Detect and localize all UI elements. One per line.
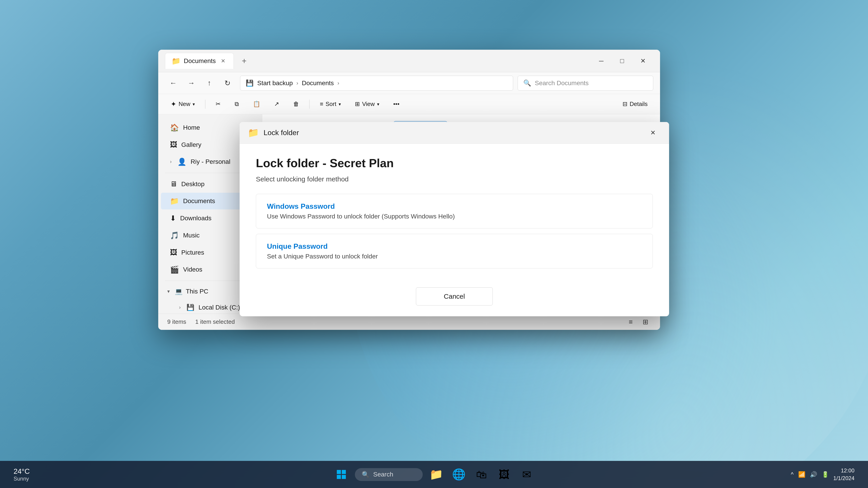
weather-temp: 24°C [13,467,30,476]
copy-button[interactable]: ⧉ [229,97,245,111]
view-button[interactable]: ⊞ View ▾ [349,97,385,111]
share-icon: ↗ [274,101,279,107]
taskbar-photos-icon[interactable]: 🖼 [495,465,513,484]
weather-widget: 24°C Sunny [13,467,30,482]
svg-rect-7 [337,470,341,474]
thispc-label: This PC [186,288,209,295]
refresh-button[interactable]: ↻ [219,75,236,91]
item-count: 9 items [167,318,186,325]
svg-rect-10 [342,475,346,479]
address-bar[interactable]: 💾 Start backup › Documents › [240,76,513,91]
pictures-icon: 🖼 [170,248,177,257]
close-button[interactable]: ✕ [632,54,653,68]
tray-chevron[interactable]: ^ [791,471,794,478]
more-icon: ••• [393,101,399,107]
windows-password-option[interactable]: Windows Password Use Windows Password to… [256,194,653,228]
delete-button[interactable]: 🗑 [287,97,305,111]
lock-folder-dialog: 📁 Lock folder ✕ Lock folder - Secret Pla… [240,122,669,316]
sidebar-home-label: Home [183,124,200,131]
sidebar-desktop-label: Desktop [181,181,205,188]
unique-password-desc: Set a Unique Password to unlock folder [267,253,642,260]
dialog-body: Lock folder - Secret Plan Select unlocki… [240,144,669,283]
paste-icon: 📋 [253,101,260,107]
unique-password-option[interactable]: Unique Password Set a Unique Password to… [256,234,653,268]
tab-title: Documents [184,57,216,65]
sort-icon: ≡ [320,101,323,107]
desktop-icon: 🖥 [170,180,177,188]
cancel-button[interactable]: Cancel [416,287,493,305]
share-button[interactable]: ↗ [269,97,285,111]
forward-button[interactable]: → [183,75,199,91]
riy-icon: 👤 [178,158,186,166]
paste-button[interactable]: 📋 [247,97,266,111]
localdisk-icon: 💾 [186,304,194,311]
taskbar-right: ^ 📶 🔊 🔋 12:00 1/1/2024 [791,467,855,482]
thispc-icon: 💻 [175,288,183,295]
taskbar-search[interactable]: 🔍 Search [355,468,423,481]
grid-view-toggle[interactable]: ⊞ [640,316,651,328]
svg-rect-8 [342,470,346,474]
cmd-sep-2 [309,100,310,109]
start-backup-icon: 💾 [246,79,254,87]
search-box[interactable]: 🔍 Search Documents [518,76,653,91]
taskbar-mail-icon[interactable]: ✉ [518,465,536,484]
tab-close-button[interactable]: ✕ [219,57,227,65]
dialog-close-button[interactable]: ✕ [645,125,661,141]
new-tab-button[interactable]: + [238,54,250,68]
maximize-button[interactable]: □ [612,54,632,68]
list-view-toggle[interactable]: ≡ [626,316,636,328]
copy-icon: ⧉ [235,101,239,107]
network-icon: 📶 [798,471,805,478]
sort-label: Sort [326,101,336,107]
system-tray: ^ 📶 🔊 🔋 [791,471,829,478]
details-icon: ⊟ [622,101,627,107]
dialog-folder-name: Lock folder - Secret Plan [256,156,653,170]
sidebar-pictures-label: Pictures [181,249,204,256]
sound-icon: 🔊 [810,471,817,478]
view-dropdown-icon: ▾ [377,101,379,107]
dialog-titlebar: 📁 Lock folder ✕ [240,122,669,144]
search-placeholder: Search Documents [535,79,589,87]
view-label: View [362,101,375,107]
more-button[interactable]: ••• [388,97,405,111]
back-button[interactable]: ← [165,75,181,91]
music-icon: 🎵 [170,231,179,240]
details-label: Details [630,101,648,107]
new-dropdown-icon: ▾ [193,101,195,107]
minimize-button[interactable]: ─ [591,54,612,68]
window-controls: ─ □ ✕ [591,54,653,68]
selection-count: 1 item selected [195,318,235,325]
sidebar-gallery-label: Gallery [181,141,202,149]
taskbar-store-icon[interactable]: 🛍 [472,465,491,484]
gallery-icon: 🖼 [170,140,177,149]
sort-button[interactable]: ≡ Sort ▾ [314,97,346,111]
breadcrumb-documents: Documents [302,79,334,87]
taskbar-browser-icon[interactable]: 🌐 [450,465,468,484]
cut-icon: ✂ [216,101,221,107]
navigation-toolbar: ← → ↑ ↻ 💾 Start backup › Documents › 🔍 S… [158,72,660,94]
dialog-title: Lock folder [264,129,299,137]
downloads-icon: ⬇ [170,214,176,223]
new-button[interactable]: ✦ New ▾ [165,97,200,111]
taskbar-search-label: Search [373,471,393,478]
thispc-expand-icon: ▾ [167,289,170,294]
system-clock[interactable]: 12:00 1/1/2024 [833,467,855,482]
new-label: New [179,101,190,107]
home-icon: 🏠 [170,123,179,132]
taskbar-explorer-icon[interactable]: 📁 [427,465,445,484]
dialog-footer: Cancel [240,283,669,316]
documents-icon: 📁 [170,197,179,205]
explorer-tab[interactable]: 📁 Documents ✕ [165,53,234,69]
cut-button[interactable]: ✂ [210,97,226,111]
view-icon: ⊞ [355,101,360,107]
sidebar-localdisk-label: Local Disk (C:) [198,304,240,311]
dialog-subtitle: Select unlocking folder method [256,175,653,183]
svg-rect-9 [337,475,341,479]
breadcrumb-sep-1: › [296,80,298,86]
up-button[interactable]: ↑ [201,75,217,91]
start-button[interactable] [332,465,350,484]
breadcrumb-sep-2: › [338,80,339,86]
details-panel-button[interactable]: ⊟ Details [617,97,653,111]
taskbar-search-icon: 🔍 [362,471,370,478]
sidebar-videos-label: Videos [183,266,202,273]
